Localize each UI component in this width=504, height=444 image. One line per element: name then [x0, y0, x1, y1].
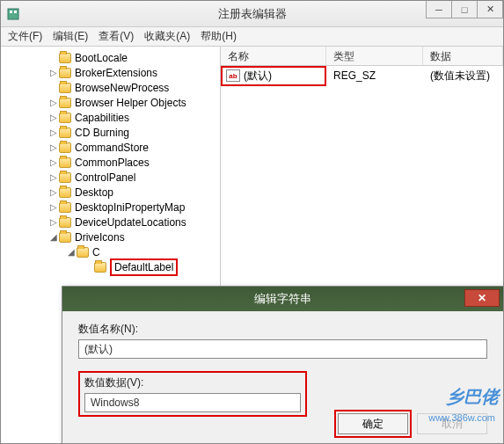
folder-icon: [59, 202, 71, 213]
expander-icon[interactable]: ◢: [66, 247, 77, 257]
tree-label: BrokerExtensions: [75, 67, 157, 79]
tree-item[interactable]: ◢DriveIcons: [1, 229, 220, 244]
expander-icon[interactable]: ▷: [48, 98, 59, 107]
expander-icon[interactable]: ▷: [48, 187, 59, 197]
tree-item[interactable]: ▷CommandStore: [1, 140, 220, 155]
tree-item[interactable]: ▷DesktopIniPropertyMap: [1, 200, 220, 215]
minimize-button[interactable]: ─: [426, 1, 452, 18]
folder-icon: [59, 68, 71, 78]
folder-icon: [59, 113, 71, 123]
folder-icon: [59, 172, 71, 183]
tree-label: DesktopIniPropertyMap: [75, 201, 185, 214]
value-data-label: 数值数据(V):: [84, 375, 301, 390]
tree-label: Capabilities: [75, 112, 129, 124]
ok-button[interactable]: 确定: [338, 413, 408, 434]
folder-icon: [59, 217, 71, 228]
tree-label: CommandStore: [75, 142, 149, 154]
tree-label: BrowseNewProcess: [75, 82, 169, 94]
tree-item[interactable]: ▷CommonPlaces: [1, 155, 220, 170]
value-data-group: 数值数据(V):: [78, 371, 307, 417]
header-name[interactable]: 名称: [221, 47, 326, 65]
tree-item[interactable]: BrowseNewProcess: [1, 80, 220, 95]
cancel-button[interactable]: 取消: [417, 413, 487, 434]
value-name-label: 数值名称(N):: [78, 322, 487, 337]
folder-icon: [59, 187, 71, 198]
tree-label: CommonPlaces: [75, 156, 150, 169]
value-data-input[interactable]: [84, 393, 301, 412]
menu-help[interactable]: 帮助(H): [201, 29, 237, 44]
dialog-buttons: 确定 取消: [338, 413, 487, 434]
titlebar: 注册表编辑器 ─ □ ✕: [1, 1, 503, 27]
svg-rect-2: [14, 11, 17, 13]
folder-icon: [94, 262, 106, 273]
edit-string-dialog: 编辑字符串 ✕ 数值名称(N): 数值数据(V): 确定 取消: [62, 286, 504, 444]
folder-icon: [59, 98, 71, 108]
list-header: 名称 类型 数据: [221, 47, 503, 66]
tree-item[interactable]: ◢C: [1, 244, 220, 259]
cell-name: ab(默认): [221, 66, 326, 86]
tree-item[interactable]: ▷ControlPanel: [1, 170, 220, 185]
list-row[interactable]: ab(默认)REG_SZ(数值未设置): [221, 66, 503, 85]
dialog-titlebar[interactable]: 编辑字符串 ✕: [62, 287, 503, 311]
svg-rect-1: [10, 11, 12, 13]
expander-icon[interactable]: ▷: [48, 172, 59, 182]
value-name-input[interactable]: [78, 339, 487, 359]
dialog-title: 编辑字符串: [254, 291, 311, 307]
menu-view[interactable]: 查看(V): [99, 29, 134, 44]
tree-label: Browser Helper Objects: [75, 97, 186, 109]
tree-item[interactable]: ▷Capabilities: [1, 110, 220, 125]
string-value-icon: ab: [226, 69, 240, 82]
folder-icon: [59, 83, 71, 93]
tree-label: BootLocale: [75, 52, 128, 64]
menu-favorites[interactable]: 收藏夹(A): [144, 29, 190, 44]
header-type[interactable]: 类型: [326, 47, 423, 65]
tree-label: DriveIcons: [75, 231, 125, 244]
expander-icon[interactable]: ▷: [48, 127, 59, 137]
folder-icon: [59, 232, 71, 243]
tree-label: DefaultLabel: [110, 258, 178, 276]
expander-icon[interactable]: ▷: [48, 68, 59, 77]
expander-icon[interactable]: ▷: [48, 142, 59, 152]
cell-type: REG_SZ: [326, 69, 423, 82]
tree-item[interactable]: ▷DeviceUpdateLocations: [1, 215, 220, 229]
tree-label: C: [92, 246, 100, 258]
tree-item[interactable]: DefaultLabel: [1, 259, 220, 274]
maximize-button[interactable]: □: [451, 1, 478, 18]
tree-label: ControlPanel: [75, 171, 135, 184]
expander-icon[interactable]: ◢: [48, 232, 59, 242]
expander-icon[interactable]: ▷: [48, 202, 59, 212]
close-button[interactable]: ✕: [477, 1, 503, 18]
tree-item[interactable]: ▷BrokerExtensions: [1, 65, 220, 80]
expander-icon[interactable]: ▷: [48, 157, 59, 167]
folder-icon: [59, 53, 71, 63]
app-icon: [6, 7, 20, 21]
expander-icon[interactable]: ▷: [48, 113, 59, 122]
tree-item[interactable]: ▷CD Burning: [1, 125, 220, 140]
folder-icon: [59, 127, 71, 138]
menu-file[interactable]: 文件(F): [8, 29, 42, 44]
menubar: 文件(F) 编辑(E) 查看(V) 收藏夹(A) 帮助(H): [1, 27, 503, 47]
cell-data: (数值未设置): [423, 69, 503, 84]
expander-icon[interactable]: ▷: [48, 217, 59, 227]
window-controls: ─ □ ✕: [427, 1, 503, 18]
folder-icon: [77, 247, 89, 258]
header-data[interactable]: 数据: [423, 47, 503, 65]
dialog-close-button[interactable]: ✕: [464, 289, 500, 307]
menu-edit[interactable]: 编辑(E): [53, 29, 88, 44]
dialog-body: 数值名称(N): 数值数据(V):: [62, 311, 503, 427]
tree-item[interactable]: BootLocale: [1, 50, 220, 65]
folder-icon: [59, 157, 71, 168]
tree-item[interactable]: ▷Desktop: [1, 185, 220, 200]
folder-icon: [59, 142, 71, 153]
tree-item[interactable]: ▷Browser Helper Objects: [1, 95, 220, 110]
tree-label: Desktop: [75, 186, 113, 199]
window-title: 注册表编辑器: [218, 6, 287, 22]
tree-label: CD Burning: [75, 127, 129, 139]
tree-label: DeviceUpdateLocations: [75, 216, 186, 229]
svg-rect-0: [8, 9, 18, 19]
